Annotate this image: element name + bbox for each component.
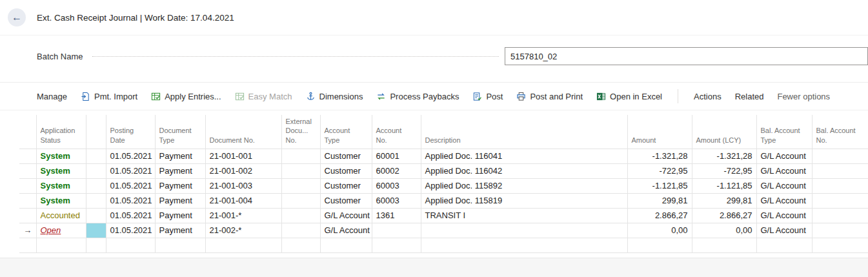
bal-account-type-cell[interactable]: G/L Account bbox=[756, 163, 812, 178]
marker-cell[interactable] bbox=[86, 163, 106, 178]
posting-date-cell[interactable]: 01.05.2021 bbox=[106, 178, 155, 193]
table-row-selected[interactable]: → Open 01.05.2021 Payment 21-002-* G/L A… bbox=[19, 223, 868, 238]
document-no-cell[interactable]: 21-001-001 bbox=[205, 149, 281, 163]
account-type-cell[interactable]: G/L Account bbox=[320, 208, 372, 223]
col-bal-account-type[interactable]: Bal. Account Type bbox=[756, 115, 812, 149]
empty-cell[interactable] bbox=[106, 238, 155, 252]
row-selector-cell[interactable] bbox=[19, 193, 36, 208]
empty-cell[interactable] bbox=[627, 238, 692, 252]
account-type-cell[interactable]: Customer bbox=[320, 178, 372, 193]
table-row[interactable]: System 01.05.2021 Payment 21-001-004 Cus… bbox=[19, 193, 868, 208]
empty-cell[interactable] bbox=[86, 238, 106, 252]
account-no-cell[interactable]: 60001 bbox=[372, 149, 421, 163]
document-type-cell[interactable]: Payment bbox=[155, 178, 205, 193]
document-no-cell[interactable]: 21-001-* bbox=[205, 208, 281, 223]
empty-cell[interactable] bbox=[320, 238, 372, 252]
amount-lcy-cell[interactable]: -1.121,85 bbox=[692, 178, 756, 193]
account-type-cell[interactable]: Customer bbox=[320, 163, 372, 178]
marker-cell[interactable] bbox=[86, 178, 106, 193]
application-status-cell[interactable]: System bbox=[36, 178, 86, 193]
amount-lcy-cell[interactable]: -1.321,28 bbox=[692, 149, 756, 163]
marker-cell[interactable] bbox=[86, 208, 106, 223]
amount-lcy-cell[interactable]: 299,81 bbox=[692, 193, 756, 208]
bal-account-no-cell[interactable] bbox=[812, 193, 868, 208]
process-paybacks-button[interactable]: Process Paybacks bbox=[376, 92, 459, 101]
external-doc-no-cell[interactable] bbox=[281, 178, 320, 193]
pmt-import-button[interactable]: Pmt. Import bbox=[81, 92, 137, 101]
empty-cell[interactable] bbox=[421, 238, 627, 252]
posting-date-cell[interactable]: 01.05.2021 bbox=[106, 163, 155, 178]
external-doc-no-cell[interactable] bbox=[281, 193, 320, 208]
post-button[interactable]: Post bbox=[472, 92, 503, 101]
application-status-cell[interactable]: System bbox=[36, 193, 86, 208]
document-type-cell[interactable]: Payment bbox=[155, 223, 205, 238]
amount-cell[interactable]: 0,00 bbox=[627, 223, 692, 238]
fewer-options-button[interactable]: Fewer options bbox=[777, 92, 830, 101]
document-no-cell[interactable]: 21-002-* bbox=[205, 223, 281, 238]
amount-cell[interactable]: -1.321,28 bbox=[627, 149, 692, 163]
batch-name-input[interactable] bbox=[505, 47, 868, 65]
description-cell[interactable]: Applied Doc. 116041 bbox=[421, 149, 627, 163]
open-in-excel-button[interactable]: Open in Excel bbox=[596, 92, 662, 101]
related-menu[interactable]: Related bbox=[735, 92, 764, 101]
bal-account-no-cell[interactable] bbox=[812, 208, 868, 223]
bal-account-no-cell[interactable] bbox=[812, 163, 868, 178]
table-row[interactable]: System 01.05.2021 Payment 21-001-002 Cus… bbox=[19, 163, 868, 178]
account-type-cell[interactable]: Customer bbox=[320, 193, 372, 208]
bal-account-type-cell[interactable]: G/L Account bbox=[756, 223, 812, 238]
posting-date-cell[interactable]: 01.05.2021 bbox=[106, 208, 155, 223]
post-and-print-button[interactable]: Post and Print bbox=[516, 92, 583, 101]
table-row[interactable]: Accounted 01.05.2021 Payment 21-001-* G/… bbox=[19, 208, 868, 223]
application-status-cell[interactable]: Open bbox=[36, 223, 86, 238]
description-cell[interactable] bbox=[421, 223, 627, 238]
bal-account-type-cell[interactable]: G/L Account bbox=[756, 149, 812, 163]
description-cell[interactable]: TRANSIT I bbox=[421, 208, 627, 223]
row-selector-cell[interactable] bbox=[19, 208, 36, 223]
marker-cell[interactable] bbox=[86, 193, 106, 208]
bal-account-type-cell[interactable]: G/L Account bbox=[756, 193, 812, 208]
description-cell[interactable]: Applied Doc. 115892 bbox=[421, 178, 627, 193]
document-no-cell[interactable]: 21-001-002 bbox=[205, 163, 281, 178]
account-type-cell[interactable]: Customer bbox=[320, 149, 372, 163]
external-doc-no-cell[interactable] bbox=[281, 149, 320, 163]
row-selector-cell[interactable] bbox=[19, 149, 36, 163]
account-no-cell[interactable]: 60003 bbox=[372, 178, 421, 193]
back-button[interactable]: ← bbox=[8, 8, 26, 26]
bal-account-type-cell[interactable]: G/L Account bbox=[756, 208, 812, 223]
col-application-status[interactable]: Application Status bbox=[36, 115, 86, 149]
document-type-cell[interactable]: Payment bbox=[155, 193, 205, 208]
document-no-cell[interactable]: 21-001-003 bbox=[205, 178, 281, 193]
marker-cell[interactable] bbox=[86, 149, 106, 163]
amount-lcy-cell[interactable]: 0,00 bbox=[692, 223, 756, 238]
document-type-cell[interactable]: Payment bbox=[155, 208, 205, 223]
amount-lcy-cell[interactable]: -722,95 bbox=[692, 163, 756, 178]
table-row[interactable]: System 01.05.2021 Payment 21-001-003 Cus… bbox=[19, 178, 868, 193]
bal-account-no-cell[interactable] bbox=[812, 223, 868, 238]
amount-cell[interactable]: 2.866,27 bbox=[627, 208, 692, 223]
document-no-cell[interactable]: 21-001-004 bbox=[205, 193, 281, 208]
empty-cell[interactable] bbox=[205, 238, 281, 252]
col-document-type[interactable]: Document Type bbox=[155, 115, 205, 149]
amount-lcy-cell[interactable]: 2.866,27 bbox=[692, 208, 756, 223]
document-type-cell[interactable]: Payment bbox=[155, 149, 205, 163]
col-amount-lcy[interactable]: Amount (LCY) bbox=[692, 115, 756, 149]
external-doc-no-cell[interactable] bbox=[281, 223, 320, 238]
external-doc-no-cell[interactable] bbox=[281, 208, 320, 223]
empty-cell[interactable] bbox=[756, 238, 812, 252]
col-posting-date[interactable]: Posting Date bbox=[106, 115, 155, 149]
row-selector-cell[interactable] bbox=[19, 163, 36, 178]
description-cell[interactable]: Applied Doc. 116042 bbox=[421, 163, 627, 178]
account-no-cell[interactable]: 60002 bbox=[372, 163, 421, 178]
manage-menu[interactable]: Manage bbox=[37, 92, 67, 101]
empty-cell[interactable] bbox=[36, 238, 86, 252]
row-selector-cell[interactable] bbox=[19, 178, 36, 193]
dimensions-button[interactable]: Dimensions bbox=[306, 92, 363, 101]
amount-cell[interactable]: -1.121,85 bbox=[627, 178, 692, 193]
apply-entries-button[interactable]: Apply Entries... bbox=[151, 92, 221, 101]
bal-account-type-cell[interactable]: G/L Account bbox=[756, 178, 812, 193]
col-account-type[interactable]: Account Type bbox=[320, 115, 372, 149]
amount-cell[interactable]: 299,81 bbox=[627, 193, 692, 208]
amount-cell[interactable]: -722,95 bbox=[627, 163, 692, 178]
col-amount[interactable]: Amount bbox=[627, 115, 692, 149]
col-description[interactable]: Description bbox=[421, 115, 627, 149]
